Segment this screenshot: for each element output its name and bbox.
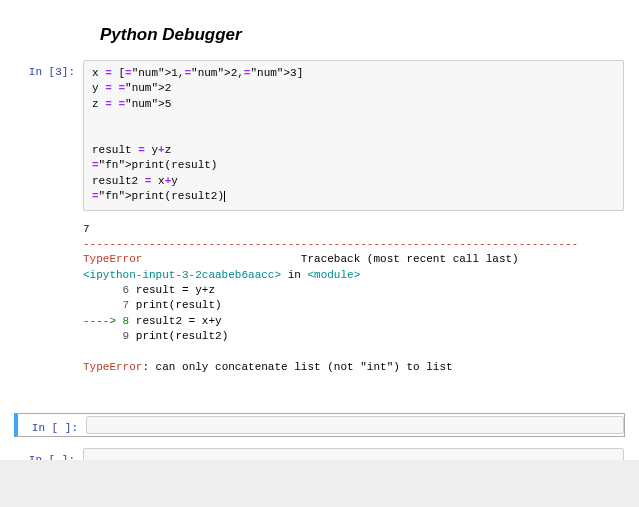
empty-code-cell[interactable]: In [ ]: <box>14 413 625 437</box>
notebook-container: Python Debugger In [3]: x = [="num">1,="… <box>0 0 639 507</box>
input-prompt: In [3]: <box>15 60 83 211</box>
output-area: 7 --------------------------------------… <box>83 217 624 381</box>
code-cell-executed[interactable]: In [3]: x = [="num">1,="num">2,="num">3]… <box>14 57 625 214</box>
output-prompt-spacer <box>15 217 83 381</box>
input-prompt: In [ ]: <box>18 416 86 434</box>
text-cursor <box>224 191 225 202</box>
output-cell: 7 --------------------------------------… <box>14 214 625 384</box>
page-heading: Python Debugger <box>100 25 639 45</box>
code-input-area[interactable] <box>86 416 624 434</box>
code-input-area[interactable]: x = [="num">1,="num">2,="num">3] y = ="n… <box>83 60 624 211</box>
markdown-cell: Python Debugger <box>0 0 639 53</box>
footer-region <box>0 460 639 507</box>
